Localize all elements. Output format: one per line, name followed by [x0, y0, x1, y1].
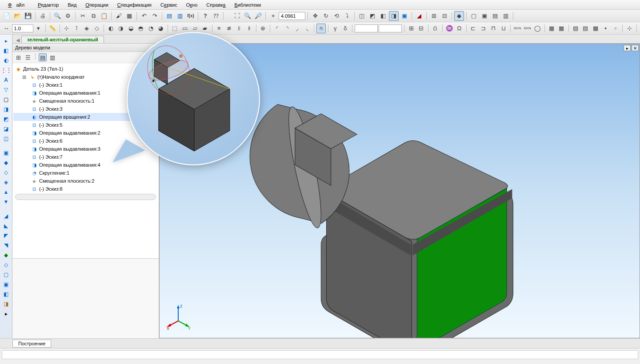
sk5[interactable]: ◐ — [106, 24, 116, 33]
fx-button[interactable]: f(x) — [186, 11, 196, 21]
lt-c7-icon[interactable]: ▢ — [2, 270, 11, 279]
sk41[interactable]: ▧ — [571, 24, 580, 33]
shaded-button[interactable]: ◧ — [378, 11, 388, 21]
step-dd[interactable]: ▾ — [34, 24, 44, 33]
lt-text-icon[interactable]: A — [2, 76, 11, 84]
paste-button[interactable]: 📋 — [99, 11, 109, 21]
lt-c9-icon[interactable]: ◧ — [2, 290, 11, 299]
sk32[interactable]: ⊏ — [469, 24, 478, 33]
doc-tab[interactable]: зеленый-желтый-оранжевый — [21, 36, 104, 43]
lt-c6-icon[interactable]: ◇ — [2, 260, 11, 269]
vars-button[interactable]: ▥ — [175, 11, 185, 21]
sk46[interactable]: ⊹ — [625, 24, 634, 33]
lt-cursor-icon[interactable]: ▸ — [2, 36, 11, 45]
lt-b3-icon[interactable]: ◇ — [2, 168, 11, 177]
sk29[interactable]: ⎙ — [431, 24, 440, 33]
sk36[interactable]: N≡N — [513, 24, 522, 33]
sk2[interactable]: ⊺ — [72, 24, 81, 33]
whatsthis-button[interactable]: ⁇ — [211, 11, 221, 21]
perspective-button[interactable]: ▣ — [400, 11, 409, 21]
scale-button[interactable]: 📏 — [48, 24, 57, 33]
lt-c10-icon[interactable]: ◨ — [2, 300, 11, 308]
coord-x-input[interactable] — [355, 24, 378, 32]
menu-editor[interactable]: Редактор — [33, 1, 63, 9]
sk20[interactable]: ◜ — [272, 24, 282, 33]
sk25[interactable]: γ — [331, 24, 340, 33]
extra1-button[interactable]: ▢ — [469, 11, 479, 21]
sk23[interactable]: ◟ — [303, 24, 312, 33]
lt-cut2-icon[interactable]: ◫ — [2, 134, 11, 143]
hidden-button[interactable]: ◩ — [368, 11, 377, 21]
lt-b2-icon[interactable]: ◆ — [2, 158, 11, 167]
orbit-button[interactable]: ⟲ — [332, 11, 341, 21]
sk28[interactable]: ⊟ — [416, 24, 426, 33]
print-button[interactable]: 🖨 — [38, 11, 48, 21]
menu-libs[interactable]: Библиотеки — [230, 1, 265, 9]
menu-view[interactable]: Вид — [63, 1, 81, 9]
coord-y-input[interactable] — [379, 24, 402, 32]
tab-prev-icon[interactable]: ◀ — [16, 37, 20, 43]
zoom-out-button[interactable]: 🔎 — [253, 11, 263, 21]
sk24[interactable]: ⎋ — [316, 24, 326, 33]
menu-operations[interactable]: Операции — [81, 1, 112, 9]
undo-button[interactable]: ↶ — [139, 11, 149, 21]
menu-help[interactable]: Справка — [202, 1, 230, 9]
lt-c2-icon[interactable]: ◣ — [2, 221, 11, 230]
lt-b4-icon[interactable]: ◈ — [2, 178, 11, 187]
sk31[interactable]: Ω — [455, 24, 464, 33]
lt-revolve-icon[interactable]: ◐ — [2, 56, 11, 65]
help-button[interactable]: ? — [200, 11, 210, 21]
dim-button[interactable]: ↔ — [2, 24, 11, 33]
sk40[interactable]: ▦ — [557, 24, 566, 33]
new-button[interactable]: 📄 — [2, 11, 12, 21]
render-button[interactable]: ◆ — [454, 11, 464, 21]
sk39[interactable]: ▦ — [547, 24, 556, 33]
sk33[interactable]: ⊐ — [479, 24, 488, 33]
snap2-button[interactable]: ⊟ — [440, 11, 449, 21]
copy-button[interactable]: ⧉ — [88, 11, 98, 21]
zoom-value-input[interactable] — [279, 12, 305, 20]
tree-btn1[interactable]: ⊞ — [14, 53, 22, 61]
sk21[interactable]: ◝ — [283, 24, 292, 33]
menu-file[interactable]: Файл — [4, 1, 33, 9]
tree-hscroll[interactable] — [15, 194, 156, 200]
lt-c8-icon[interactable]: ▣ — [2, 280, 11, 289]
menu-window[interactable]: Окно — [182, 1, 202, 9]
redo-button[interactable]: ↷ — [150, 11, 160, 21]
lt-c4-icon[interactable]: ◥ — [2, 241, 11, 250]
lt-expand-icon[interactable]: ▸ — [2, 309, 11, 318]
lt-face1-icon[interactable]: ◨ — [2, 105, 11, 114]
open-button[interactable]: 📂 — [12, 11, 22, 21]
lt-b1-icon[interactable]: ▣ — [2, 148, 11, 157]
roll-button[interactable]: ⤵ — [342, 11, 352, 21]
sk42[interactable]: ▨ — [581, 24, 590, 33]
save-button[interactable]: 💾 — [23, 11, 33, 21]
props-button[interactable]: ⚙ — [63, 11, 73, 21]
pan-button[interactable]: ✥ — [310, 11, 320, 21]
lt-c5-icon[interactable]: ◆ — [2, 251, 11, 260]
bottom-tab-build[interactable]: Построение — [12, 340, 51, 348]
lt-sheet-icon[interactable]: ▢ — [2, 95, 11, 104]
sk4[interactable]: ◇ — [92, 24, 101, 33]
sk44[interactable]: ▪ — [601, 24, 610, 33]
zoom-fit-button[interactable]: ⛶ — [232, 11, 242, 21]
sk26[interactable]: δ — [340, 24, 350, 33]
sk43[interactable]: ▩ — [591, 24, 600, 33]
sk37[interactable]: N≡N — [523, 24, 532, 33]
lt-dots-icon[interactable]: ⋮⋮ — [2, 66, 11, 75]
sk3[interactable]: ◈ — [82, 24, 92, 33]
lt-extrude-icon[interactable]: ◧ — [2, 46, 11, 55]
lt-cut1-icon[interactable]: ◪ — [2, 124, 11, 133]
extra4-button[interactable]: ▥ — [501, 11, 511, 21]
tree-btn3[interactable]: ▤ — [39, 53, 47, 61]
tree-btn2[interactable]: ☰ — [24, 53, 32, 61]
wireframe-button[interactable]: ◫ — [357, 11, 367, 21]
preview-button[interactable]: 🔍 — [52, 11, 62, 21]
sk27[interactable]: ⊞ — [407, 24, 416, 33]
calc-button[interactable]: ▤ — [164, 11, 174, 21]
grid-button[interactable]: ▦ — [124, 11, 134, 21]
sk1[interactable]: ⊹ — [62, 24, 72, 33]
brush-button[interactable]: 🖌 — [114, 11, 124, 21]
snap1-button[interactable]: ⊞ — [429, 11, 439, 21]
lt-face2-icon[interactable]: ◩ — [2, 115, 11, 124]
